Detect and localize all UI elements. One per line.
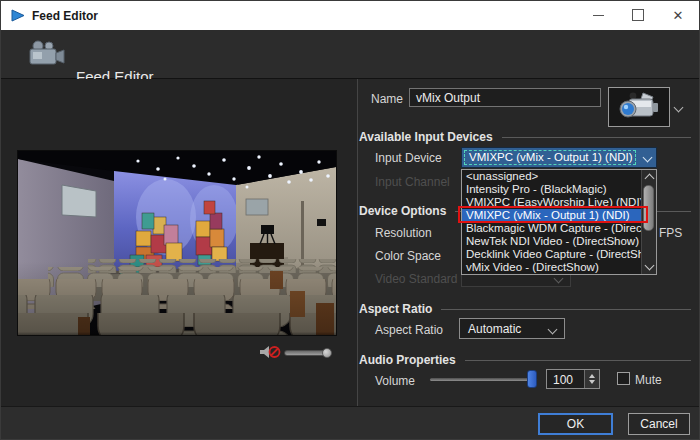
volume-value: 100 [553,373,573,387]
input-device-option[interactable]: vMix Video - (DirectShow) [462,261,641,274]
close-button[interactable]: ✕ [659,1,697,29]
input-device-option[interactable]: VMIXPC (EasyWorship Live) (NDI) [462,196,641,209]
cancel-button[interactable]: Cancel [628,413,690,435]
section-title: Audio Properties [359,353,456,367]
color-space-label: Color Space [375,249,441,263]
chevron-down-icon [554,274,564,284]
minimize-button[interactable] [579,1,617,29]
volume-spinbox[interactable]: 100 [546,369,600,389]
input-device-option[interactable]: Intensity Pro - (BlackMagic) [462,183,641,196]
section-available-input-devices: Available Input Devices [359,130,691,144]
input-device-option[interactable]: Blackmagic WDM Capture - (DirectShow) [462,222,641,235]
input-device-listbox[interactable]: <unassigned>Intensity Pro - (BlackMagic)… [461,169,657,275]
feed-type-button[interactable] [608,87,670,127]
video-camera-3d-icon [617,91,661,123]
input-device-value: VMIXPC (vMix - Output 1) (NDI) [464,150,636,165]
input-device-option[interactable]: <unassigned> [462,170,641,183]
titlebar: Feed Editor ✕ [1,1,700,30]
ok-button[interactable]: OK [538,413,613,435]
spin-down-icon[interactable] [589,380,595,384]
listbox-scrollbar[interactable] [641,170,656,274]
chevron-down-icon [548,325,558,335]
section-title: Available Input Devices [359,130,493,144]
section-title: Device Options [359,204,446,218]
section-title: Aspect Ratio [359,302,432,316]
maximize-button[interactable] [619,1,657,29]
speaker-muted-icon[interactable] [259,345,281,359]
chevron-down-icon [643,153,653,163]
input-device-option[interactable]: Decklink Video Capture - (DirectShow) [462,248,641,261]
feed-editor-window: Feed Editor ✕ Feed Editor Create and man… [0,0,700,440]
aspect-ratio-dropdown[interactable]: Automatic [459,318,565,339]
mute-checkbox[interactable] [617,372,630,385]
window-title: Feed Editor [32,9,98,23]
dialog-header: Feed Editor Create and manage feeds for … [1,30,700,79]
volume-label: Volume [375,374,415,388]
input-device-option[interactable]: VMIXPC (vMix - Output 1) (NDI) [462,209,641,222]
panel-divider [357,79,358,406]
fps-label: FPS [659,226,682,240]
resolution-label: Resolution [375,226,432,240]
name-label: Name [371,92,403,106]
section-rule [441,309,691,310]
aspect-ratio-value: Automatic [468,322,521,336]
input-device-option[interactable]: NewTek NDI Video - (DirectShow) [462,235,641,248]
app-logo-icon [11,9,25,22]
scroll-up-icon[interactable] [645,174,655,184]
input-device-combobox[interactable]: VMIXPC (vMix - Output 1) (NDI) [461,147,657,168]
section-audio-properties: Audio Properties [359,353,691,367]
scroll-down-icon[interactable] [645,261,655,271]
input-device-dropdown-button[interactable] [638,148,656,167]
volume-slider[interactable] [430,378,537,381]
volume-slider-thumb[interactable] [527,370,537,388]
feed-type-chevron-icon[interactable] [674,103,684,113]
auditorium-preview-image [18,151,336,335]
video-standard-label: Video Standard [375,272,458,286]
video-camera-icon [26,39,66,69]
spin-up-icon[interactable] [589,374,595,378]
section-rule [502,137,691,138]
scrollbar-thumb[interactable] [643,185,654,231]
video-preview [17,150,337,336]
input-channel-label: Input Channel [375,175,450,189]
input-device-label: Input Device [375,151,442,165]
volume-spinner[interactable] [584,370,599,388]
aspect-ratio-label: Aspect Ratio [375,323,443,337]
section-aspect-ratio: Aspect Ratio [359,302,691,316]
name-input[interactable]: vMix Output [409,88,601,107]
preview-volume-thumb[interactable] [322,348,332,358]
mute-label: Mute [635,373,662,387]
section-rule [465,360,691,361]
